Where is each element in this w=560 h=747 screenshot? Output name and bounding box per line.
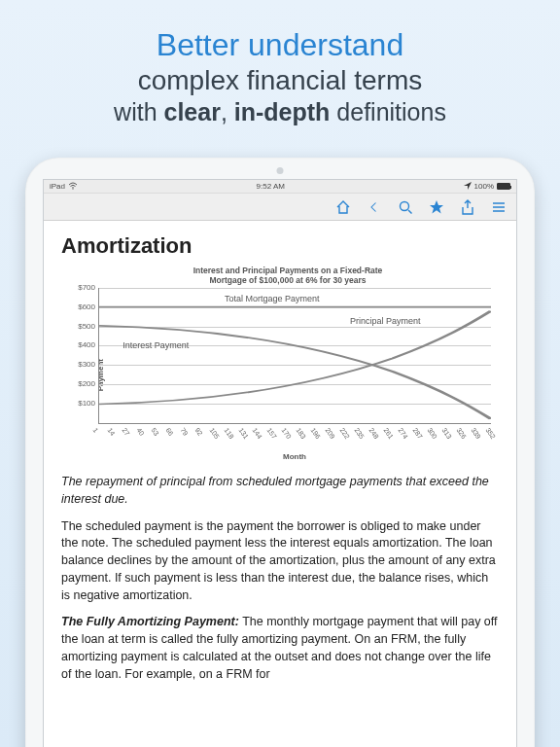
label-total: Total Mortgage Payment — [225, 293, 320, 305]
battery-icon — [497, 183, 510, 190]
ipad-frame: iPad 9:52 AM 100% — [25, 158, 535, 747]
label-interest: Interest Payment — [122, 339, 189, 352]
home-icon[interactable] — [335, 199, 351, 215]
plot-area: $700 $600 $500 $400 $300 $200 $100 — [98, 288, 491, 424]
wifi-icon — [68, 182, 78, 192]
star-icon[interactable] — [429, 199, 444, 215]
svg-point-1 — [401, 201, 409, 210]
label-principal: Principal Payment — [350, 315, 421, 328]
x-axis-label: Month — [98, 451, 491, 462]
paragraph-1: The scheduled payment is the payment the… — [61, 518, 499, 605]
promo-headline: Better understand complex financial term… — [0, 0, 560, 126]
camera-dot — [277, 167, 284, 174]
menu-icon[interactable] — [491, 199, 507, 215]
battery-label: 100% — [474, 182, 494, 191]
paragraph-2: The Fully Amortizing Payment: The monthl… — [61, 614, 499, 683]
svg-point-0 — [72, 188, 73, 189]
page-title: Amortization — [61, 231, 499, 261]
toolbar — [44, 194, 516, 221]
chart: Interest and Principal Payments on a Fix… — [85, 267, 491, 462]
screen: iPad 9:52 AM 100% — [43, 179, 517, 747]
headline-line1: Better understand — [0, 27, 560, 63]
definition-lede: The repayment of principal from schedule… — [61, 474, 499, 509]
x-ticks: 11427 405366 7992105 118131144 157170183… — [98, 426, 491, 436]
search-icon[interactable] — [398, 199, 413, 215]
chart-title: Interest and Principal Payments on a Fix… — [85, 267, 491, 286]
chart-lines — [99, 288, 491, 423]
headline-line2: complex financial terms — [0, 65, 560, 96]
sub-heading: The Fully Amortizing Payment: — [61, 615, 239, 628]
back-icon[interactable] — [367, 199, 382, 215]
carrier-label: iPad — [50, 182, 65, 191]
article-body: Amortization Interest and Principal Paym… — [44, 221, 516, 683]
headline-line3: with clear, in-depth definitions — [0, 98, 560, 126]
clock: 9:52 AM — [257, 182, 285, 191]
location-icon — [464, 182, 472, 192]
status-bar: iPad 9:52 AM 100% — [44, 180, 516, 194]
share-icon[interactable] — [460, 199, 475, 215]
